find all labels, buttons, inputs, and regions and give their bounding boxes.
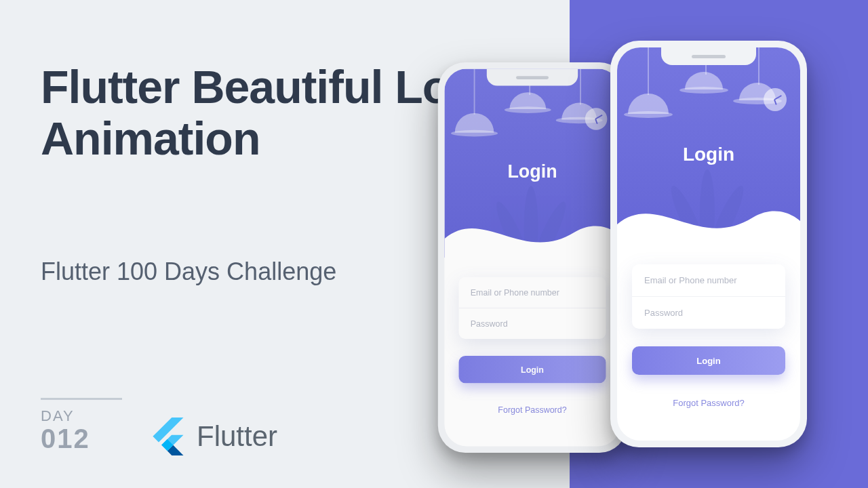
clock-icon xyxy=(764,88,787,111)
phone-mockup-back: Login Email or Phone number Password Log… xyxy=(438,62,627,453)
input-card: Email or Phone number Password xyxy=(632,264,785,329)
lamp-wire-icon xyxy=(474,69,475,115)
input-card: Email or Phone number Password xyxy=(459,277,606,339)
phone-notch xyxy=(487,69,578,86)
phone-mockup-front: Login Email or Phone number Password Log… xyxy=(610,41,807,447)
login-button[interactable]: Login xyxy=(632,346,785,375)
login-hero: Login xyxy=(444,69,620,258)
subtitle: Flutter 100 Days Challenge xyxy=(41,258,336,286)
divider xyxy=(41,398,122,400)
phone-screen: Login Email or Phone number Password Log… xyxy=(617,47,800,441)
phone-mockups: Login Email or Phone number Password Log… xyxy=(434,27,841,474)
lamp-icon xyxy=(509,92,546,109)
password-field[interactable]: Password xyxy=(459,308,606,339)
promo-card: Flutter Beautiful Login Page UI and Anim… xyxy=(0,0,868,488)
login-form: Email or Phone number Password Login For… xyxy=(617,244,800,408)
phone-screen: Login Email or Phone number Password Log… xyxy=(444,69,620,447)
login-heading: Login xyxy=(444,161,620,182)
phone-notch xyxy=(661,47,756,65)
lamp-wire-icon xyxy=(580,69,581,105)
login-form: Email or Phone number Password Login For… xyxy=(444,258,620,415)
email-field[interactable]: Email or Phone number xyxy=(632,264,785,297)
login-hero: Login xyxy=(617,47,800,244)
lamp-wire-icon xyxy=(758,47,760,85)
password-field[interactable]: Password xyxy=(632,297,785,329)
flutter-logo-icon xyxy=(149,418,187,455)
day-label: DAY xyxy=(41,407,90,425)
flutter-brand: Flutter xyxy=(149,418,277,455)
login-button[interactable]: Login xyxy=(459,356,606,383)
wave-divider xyxy=(617,184,800,244)
forgot-password-link[interactable]: Forgot Password? xyxy=(632,398,785,408)
lamp-icon xyxy=(628,94,669,114)
login-heading: Login xyxy=(617,144,800,165)
email-field[interactable]: Email or Phone number xyxy=(459,277,606,308)
lamp-icon xyxy=(455,113,494,133)
lamp-icon xyxy=(685,72,723,89)
forgot-password-link[interactable]: Forgot Password? xyxy=(459,405,606,415)
wave-divider xyxy=(444,200,620,258)
flutter-wordmark: Flutter xyxy=(197,420,277,453)
lamp-wire-icon xyxy=(648,47,649,95)
clock-icon xyxy=(585,108,608,130)
day-counter: DAY 012 xyxy=(41,407,90,454)
day-number: 012 xyxy=(41,424,90,454)
